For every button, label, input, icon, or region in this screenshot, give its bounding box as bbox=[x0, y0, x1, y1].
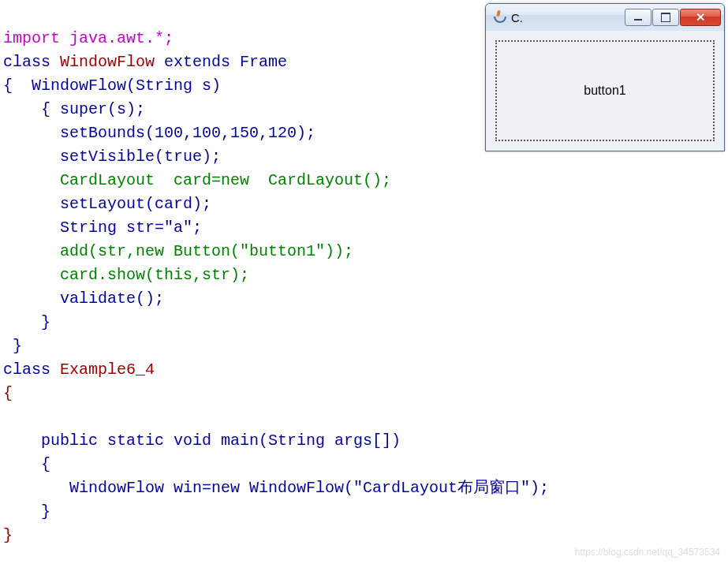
code-line-17: public static void main(String args[]) bbox=[3, 431, 401, 450]
code-line-2: class WindowFlow extends Frame bbox=[3, 53, 287, 71]
maximize-button[interactable] bbox=[652, 9, 679, 26]
code-line-12: validate(); bbox=[3, 289, 164, 308]
java-icon bbox=[492, 10, 506, 24]
window-titlebar[interactable]: C. ✕ bbox=[486, 4, 724, 31]
code-line-9: String str="a"; bbox=[3, 219, 202, 237]
code-line-20: } bbox=[3, 502, 50, 521]
code-line-10: add(str,new Button("button1")); bbox=[3, 242, 353, 260]
code-line-18: { bbox=[3, 455, 50, 473]
code-line-16: { bbox=[3, 384, 13, 402]
code-line-15: class Example6_4 bbox=[3, 360, 155, 379]
maximize-icon bbox=[661, 13, 670, 22]
close-icon: ✕ bbox=[696, 10, 706, 24]
code-line-11: card.show(this,str); bbox=[3, 266, 249, 284]
code-line-3: { WindowFlow(String s) bbox=[3, 77, 221, 95]
code-line-14: } bbox=[3, 337, 22, 355]
code-line-19: WindowFlow win=new WindowFlow("CardLayou… bbox=[3, 479, 549, 497]
code-line-13: } bbox=[3, 313, 50, 331]
code-line-21: } bbox=[3, 526, 13, 544]
minimize-icon bbox=[634, 19, 642, 21]
code-line-6: setVisible(true); bbox=[3, 148, 221, 166]
code-line-8: setLayout(card); bbox=[3, 195, 211, 213]
button1-label: button1 bbox=[584, 84, 625, 98]
code-line-1: import java.awt.*; bbox=[3, 29, 174, 47]
close-button[interactable]: ✕ bbox=[680, 9, 721, 26]
minimize-button[interactable] bbox=[625, 9, 651, 26]
window-title: C. bbox=[511, 11, 523, 24]
code-line-7: CardLayout card=new CardLayout(); bbox=[3, 171, 391, 189]
code-line-4: { super(s); bbox=[3, 100, 145, 118]
button1[interactable]: button1 bbox=[495, 40, 715, 141]
window-client-area: button1 bbox=[486, 31, 724, 151]
code-line-5: setBounds(100,100,150,120); bbox=[3, 124, 315, 142]
java-awt-window[interactable]: C. ✕ button1 bbox=[485, 3, 725, 151]
watermark-text: https://blog.csdn.net/qq_34573534 bbox=[575, 547, 720, 558]
